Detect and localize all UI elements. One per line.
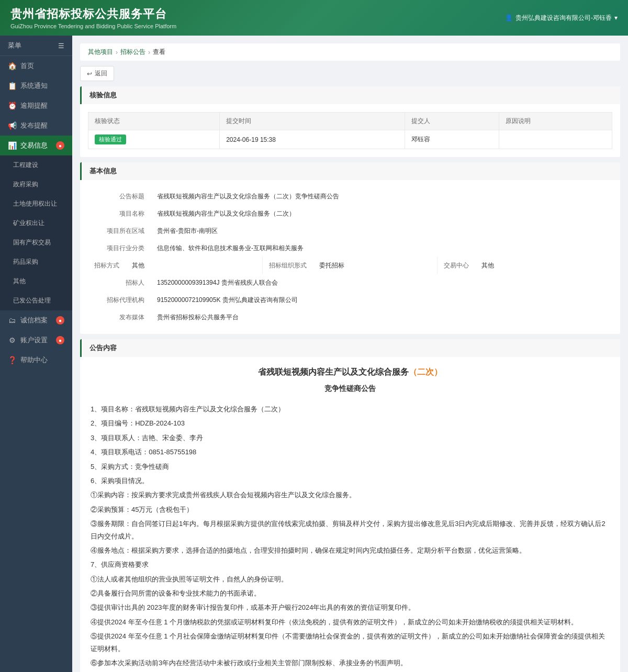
- verify-time-cell: 2024-06-19 15:38: [220, 130, 405, 149]
- verify-reason-cell: [499, 130, 612, 149]
- info-value-project-name: 省残联短视频内容生产以及文化综合服务（二次）: [151, 205, 612, 222]
- announcement-main-title: 省残联短视频内容生产以及文化综合服务（二次）: [91, 365, 610, 380]
- breadcrumb: 其他项目 › 招标公告 › 查看: [80, 43, 620, 61]
- sidebar-item-credit-archive[interactable]: 🗂 诚信档案 ●: [0, 310, 72, 330]
- sidebar-label-published-handled: 已发公告处理: [13, 296, 51, 305]
- sidebar-item-gov-purchase[interactable]: 政府采购: [0, 175, 72, 194]
- info-value-bidder: 13520000009391394J 贵州省残疾人联合会: [151, 274, 612, 292]
- sidebar-label-state-owned: 国有产权交易: [13, 238, 51, 247]
- info-table: 公告标题 省残联短视频内容生产以及文化综合服务（二次）竞争性磋商公告 项目名称 …: [88, 188, 612, 257]
- page-header: 贵州省招标投标公共服务平台 GuiZhou Province Tendering…: [0, 0, 628, 36]
- megaphone-icon: 📢: [8, 121, 16, 130]
- sidebar-item-engineering[interactable]: 工程建设: [0, 155, 72, 175]
- sidebar-item-other[interactable]: 其他: [0, 272, 72, 291]
- info-label-title: 公告标题: [88, 188, 151, 205]
- header-user[interactable]: 👤 贵州弘典建设咨询有限公司-邓钰香 ▾: [505, 14, 618, 23]
- announcement-title: 公告内容: [89, 344, 117, 352]
- sidebar-label-transaction: 交易信息: [20, 141, 48, 150]
- col-submitter: 提交人: [405, 113, 499, 130]
- announcement-line: 1、项目名称：省残联短视频内容生产以及文化综合服务（二次）: [91, 403, 610, 415]
- org-form-value: 委托招标: [313, 257, 351, 274]
- sidebar-item-land-use[interactable]: 土地使用权出让: [0, 194, 72, 214]
- back-button[interactable]: ↩ 返回: [80, 66, 114, 81]
- announcement-line: ④提供2024 年至今任意 1 个月缴纳税款的凭据或证明材料复印件（依法免税的，…: [91, 616, 610, 628]
- info-table-2: 招标人 13520000009391394J 贵州省残疾人联合会 招标代理机构 …: [88, 274, 612, 326]
- info-row-project-name: 项目名称 省残联短视频内容生产以及文化综合服务（二次）: [88, 205, 612, 222]
- back-label: 返回: [95, 69, 107, 78]
- home-icon: 🏠: [8, 62, 16, 70]
- menu-label: 菜单: [8, 41, 21, 50]
- info-row-title: 公告标题 省残联短视频内容生产以及文化综合服务（二次）竞争性磋商公告: [88, 188, 612, 205]
- breadcrumb-item-1[interactable]: 招标公告: [120, 48, 145, 57]
- sidebar-label-credit-archive: 诚信档案: [20, 316, 48, 325]
- announcement-line: ④服务地点：根据采购方要求，选择合适的拍摄地点，合理安排拍摄时间，确保在规定时间…: [91, 544, 610, 556]
- announcement-line: ⑥参加本次采购活动前3年内在经营活动中未被行政或行业相关主管部门限制投标、承接业…: [91, 657, 610, 669]
- announcement-line: ⑤提供2024 年至今任意 1 个月社会保障金缴纳证明材料复印件（不需要缴纳社会…: [91, 630, 610, 655]
- user-name[interactable]: 贵州弘典建设咨询有限公司-邓钰香: [515, 14, 612, 23]
- announcement-line: ②采购预算：45万元（含税包干）: [91, 503, 610, 516]
- sidebar-label-system-notice: 系统通知: [20, 81, 48, 91]
- col-center: 交易中心 其他: [438, 257, 612, 274]
- sidebar-label-gov-purchase: 政府采购: [13, 180, 38, 189]
- info-value-industry: 信息传输、软件和信息技术服务业-互联网和相关服务: [151, 240, 612, 257]
- sidebar-item-publish-reminder[interactable]: 📢 发布提醒: [0, 116, 72, 136]
- sidebar-label-engineering: 工程建设: [13, 161, 38, 170]
- col-invite-method: 招标方式 其他: [88, 257, 263, 274]
- sidebar-item-state-owned[interactable]: 国有产权交易: [0, 233, 72, 252]
- announcement-line: 6、采购项目情况。: [91, 475, 610, 487]
- announcement-line: 7、供应商资格要求: [91, 558, 610, 570]
- center-value: 其他: [475, 257, 500, 274]
- site-title: 贵州省招标投标公共服务平台: [10, 6, 176, 22]
- header-title-block: 贵州省招标投标公共服务平台 GuiZhou Province Tendering…: [10, 6, 176, 29]
- bell-icon: 📋: [8, 82, 16, 90]
- sidebar-item-help-center[interactable]: ❓ 帮助中心: [0, 350, 72, 370]
- title-part1: 省残联短视频内容生产以及文化综合服务: [258, 367, 409, 376]
- announcement-line: 5、采购方式：竞争性磋商: [91, 461, 610, 473]
- account-badge: ●: [56, 336, 64, 344]
- info-row-media: 发布媒体 贵州省招标投标公共服务平台: [88, 309, 612, 326]
- breadcrumb-sep-1: ›: [116, 49, 118, 56]
- invite-method-value: 其他: [126, 257, 151, 274]
- basic-info-header: 基本信息: [80, 162, 620, 180]
- sidebar-item-drug-purchase[interactable]: 药品采购: [0, 252, 72, 272]
- basic-info-title: 基本信息: [89, 167, 117, 175]
- transaction-badge: ●: [56, 141, 64, 150]
- three-col-row: 招标方式 其他 招标组织形式 委托招标 交易中心 其他: [88, 257, 612, 274]
- sidebar-label-land-use: 土地使用权出让: [13, 199, 57, 208]
- main-content: 其他项目 › 招标公告 › 查看 ↩ 返回 核验信息 核验状态 提交时间: [72, 36, 628, 672]
- verification-header: 核验信息: [80, 86, 620, 104]
- arrow-left-icon: ↩: [87, 70, 92, 77]
- sidebar-label-deadline: 逾期提醒: [20, 101, 48, 110]
- info-value-media: 贵州省招标投标公共服务平台: [151, 309, 612, 326]
- sidebar-item-account-settings[interactable]: ⚙ 账户设置 ●: [0, 330, 72, 350]
- announcement-line: 2、项目编号：HDZB-2024-103: [91, 417, 610, 429]
- verification-title: 核验信息: [89, 91, 117, 99]
- menu-toggle-icon[interactable]: ☰: [58, 42, 64, 50]
- col-status: 核验状态: [88, 113, 220, 130]
- verification-table: 核验状态 提交时间 提交人 原因说明 核验通过 2024-06-19 15:38: [88, 112, 612, 149]
- announcement-line: ②具备履行合同所需的设备和专业技术能力的书面承诺。: [91, 587, 610, 599]
- sidebar-item-mineral[interactable]: 矿业权出让: [0, 214, 72, 233]
- info-row-region: 项目所在区域 贵州省-贵阳市-南明区: [88, 222, 612, 240]
- announcement-sub-title: 竞争性磋商公告: [91, 382, 610, 395]
- site-subtitle: GuiZhou Province Tendering and Bidding P…: [10, 23, 176, 29]
- announcement-lines: 1、项目名称：省残联短视频内容生产以及文化综合服务（二次）2、项目编号：HDZB…: [91, 403, 610, 672]
- basic-info-body: 公告标题 省残联短视频内容生产以及文化综合服务（二次）竞争性磋商公告 项目名称 …: [80, 180, 620, 334]
- archive-icon: 🗂: [8, 316, 16, 324]
- verify-status-cell: 核验通过: [88, 130, 220, 149]
- info-value-region: 贵州省-贵阳市-南明区: [151, 222, 612, 240]
- info-row-agent: 招标代理机构 91520000072109905K 贵州弘典建设咨询有限公司: [88, 292, 612, 309]
- sidebar-item-deadline-reminder[interactable]: ⏰ 逾期提醒: [0, 96, 72, 116]
- info-label-media: 发布媒体: [88, 309, 151, 326]
- announcement-line: ③提供审计出具的 2023年度的财务审计报告复印件，或基本开户银行2024年出具…: [91, 601, 610, 613]
- sidebar-item-transaction-info[interactable]: 📊 交易信息 ●: [0, 136, 72, 155]
- chevron-down-icon: ▾: [614, 14, 618, 21]
- col-submit-time: 提交时间: [220, 113, 405, 130]
- breadcrumb-item-0[interactable]: 其他项目: [88, 48, 113, 57]
- announcement-line: ①采购内容：按采购方要求完成贵州省残疾人联合会短视频内容生产以及文化综合服务。: [91, 489, 610, 501]
- sidebar-menu-header: 菜单 ☰: [0, 36, 72, 56]
- invite-method-label: 招标方式: [88, 257, 126, 274]
- sidebar-item-system-notice[interactable]: 📋 系统通知: [0, 76, 72, 96]
- sidebar-item-published-handled[interactable]: 已发公告处理: [0, 291, 72, 310]
- sidebar-item-home[interactable]: 🏠 首页: [0, 56, 72, 76]
